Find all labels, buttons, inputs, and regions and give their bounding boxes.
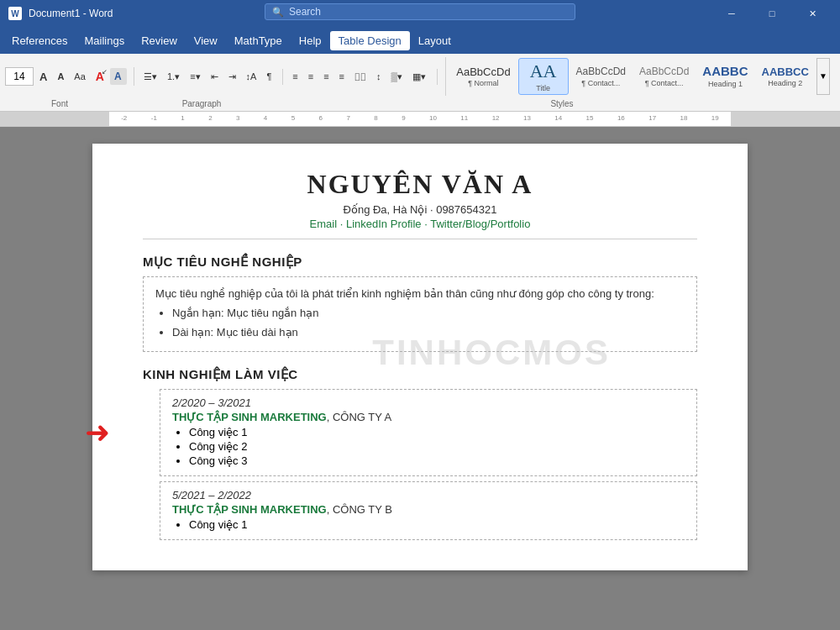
window-controls: ─ □ ✕ [712,0,832,27]
font-size-group: 14 A A Aa A ↙ A [5,67,134,86]
shading-button[interactable]: ▒▾ [387,69,407,85]
style-heading2[interactable]: AABBCC Heading 2 [756,58,815,94]
doc-address: Đống Đa, Hà Nội · 0987654321 [143,203,697,216]
objective-bullet-2: Dài hạn: Mục tiêu dài hạn [172,324,685,342]
style-heading1[interactable]: AABBC Heading 1 [696,58,753,94]
style-normal[interactable]: AaBbCcDd ¶ Normal [450,58,516,94]
ribbon-toolbar: 14 A A Aa A ↙ A ☰▾ 1.▾ ≡▾ ⇤ ⇥ ↕A ¶ ≡ ≡ ≡… [0,54,840,99]
paragraph-section-label: Paragraph [118,99,286,108]
align-right-button[interactable]: ≡ [319,69,333,84]
job2-bullets: Công việc 1 [172,518,685,531]
experience-section: KINH NGHIỆM LÀM VIỆC ➜ 2/2020 – 3/2021 T… [143,367,697,540]
style-normal-label: ¶ Normal [468,79,498,87]
job2-date: 5/2021 – 2/2022 [172,489,685,501]
job-entry-2: 5/2021 – 2/2022 THỰC TẬP SINH MARKETING,… [160,481,697,540]
close-button[interactable]: ✕ [793,0,832,27]
experience-title: KINH NGHIỆM LÀM VIỆC [143,367,697,382]
red-arrow-container: ➜ [85,417,110,448]
style-contact1-preview: AaBbCcDd [576,66,626,77]
font-size-increase[interactable]: A [35,68,51,86]
minimize-button[interactable]: ─ [712,0,751,27]
ribbon-divider [445,57,446,96]
font-color-btn[interactable]: A [110,68,127,85]
font-size-input[interactable]: 14 [5,67,34,86]
title-bar-left: W Document1 - Word [8,7,113,20]
job1-company: , CÔNG TY A [327,411,392,423]
job2-bullet-1: Công việc 1 [189,518,685,531]
objective-bullets: Ngắn hạn: Mục tiêu ngắn hạn Dài hạn: Mục… [155,305,685,342]
job2-title-line: THỰC TẬP SINH MARKETING, CÔNG TY B [172,501,685,517]
job1-title-line: THỰC TẬP SINH MARKETING, CÔNG TY A [172,409,685,424]
menu-mathtype[interactable]: MathType [226,31,291,50]
font-section-label: Font [5,99,114,108]
job1-title: THỰC TẬP SINH MARKETING [172,411,327,423]
maximize-button[interactable]: □ [753,0,791,27]
style-heading2-preview: AABBCC [762,66,809,79]
job-entry-1: ➜ 2/2020 – 3/2021 THỰC TẬP SINH MARKETIN… [160,389,697,476]
decrease-indent-button[interactable]: ⇤ [207,69,223,85]
menu-mailings[interactable]: Mailings [76,31,133,50]
job1-date: 2/2020 – 3/2021 [172,396,685,409]
search-bar[interactable]: 🔍 Search [265,3,575,20]
sort-button[interactable]: ↕A [242,69,261,84]
document-area: TINHOCMOS NGUYÊN VĂN A Đống Đa, Hà Nội ·… [0,127,840,630]
align-center-button[interactable]: ≡ [304,69,318,84]
menu-table-design[interactable]: Table Design [330,31,410,50]
job1-bullet-3: Công việc 3 [189,454,685,467]
styles-group: AaBbCcDd ¶ Normal AA Title AaBbCcDd ¶ Co… [450,58,835,94]
objective-bullet-1: Ngắn hạn: Mục tiêu ngắn hạn [172,305,685,323]
style-contact1[interactable]: AaBbCcDd ¶ Contact... [570,58,632,94]
style-heading1-preview: AABBC [702,64,748,79]
job2-company: , CÔNG TY B [327,503,392,516]
bullet-list-button[interactable]: ☰▾ [139,69,161,85]
style-title-preview: AA [530,60,557,82]
style-title-label: Title [536,84,550,92]
justify-button[interactable]: ≡ [335,69,349,84]
borders-button[interactable]: ▦▾ [408,69,430,85]
document-page: TINHOCMOS NGUYÊN VĂN A Đống Đa, Hà Nội ·… [92,144,748,570]
menu-references[interactable]: References [3,31,76,50]
red-arrow-icon: ➜ [85,417,110,448]
font-size-decrease[interactable]: A [53,69,68,84]
change-case-button[interactable]: Aa [70,69,89,84]
style-contact2-preview: AaBbCcDd [639,66,689,77]
word-icon: W [8,7,22,20]
number-list-button[interactable]: 1.▾ [163,69,184,85]
doc-name: NGUYÊN VĂN A [143,169,697,200]
columns-button[interactable]: ⌷⌷ [350,69,370,84]
title-text: Document1 - Word [29,8,113,19]
show-formatting-button[interactable]: ¶ [262,69,276,84]
style-heading1-label: Heading 1 [708,80,743,88]
styles-scroll-button[interactable]: ▼ [816,58,830,94]
job1-bullet-2: Công việc 2 [189,440,685,453]
style-contact2-label: ¶ Contact... [645,79,684,87]
search-placeholder: Search [289,6,321,18]
style-title[interactable]: AA Title [518,58,569,94]
menu-review[interactable]: Review [133,31,186,50]
line-spacing-button[interactable]: ↕ [372,69,386,84]
objective-section: MỤC TIÊU NGHỀ NGHIỆP Mục tiêu nghề nghiệ… [143,255,697,352]
menu-view[interactable]: View [186,31,226,50]
styles-section-label: Styles [289,99,835,108]
multilevel-list-button[interactable]: ≡▾ [186,69,204,85]
menu-layout[interactable]: Layout [410,31,459,50]
menu-bar: References Mailings Review View MathType… [0,27,840,54]
objective-content-box: Mục tiêu nghề nghiệp của tôi là phát tri… [143,276,697,352]
style-heading2-label: Heading 2 [768,79,802,87]
title-bar: W Document1 - Word 🔍 Search ─ □ ✕ [0,0,840,27]
objective-text: Mục tiêu nghề nghiệp của tôi là phát tri… [155,286,685,303]
increase-indent-button[interactable]: ⇥ [224,69,240,85]
style-contact2[interactable]: AaBbCcDd ¶ Contact... [633,58,695,94]
menu-help[interactable]: Help [291,31,330,50]
ribbon: 14 A A Aa A ↙ A ☰▾ 1.▾ ≡▾ ⇤ ⇥ ↕A ¶ ≡ ≡ ≡… [0,54,840,112]
job1-bullets: Công việc 1 Công việc 2 Công việc 3 [172,426,685,467]
job2-title: THỰC TẬP SINH MARKETING [172,503,327,516]
objective-title: MỤC TIÊU NGHỀ NGHIỆP [143,255,697,270]
search-icon: 🔍 [272,7,284,18]
list-group: ☰▾ 1.▾ ≡▾ ⇤ ⇥ ↕A ¶ [139,69,283,85]
alignment-group: ≡ ≡ ≡ ≡ ⌷⌷ ↕ ▒▾ ▦▾ [288,69,438,85]
clear-format-button[interactable]: A ↙ [92,67,108,86]
align-left-button[interactable]: ≡ [288,69,302,84]
ruler-inner: -2-1123 45678 910111213 141516171819 [0,112,840,126]
style-normal-preview: AaBbCcDd [456,66,510,79]
